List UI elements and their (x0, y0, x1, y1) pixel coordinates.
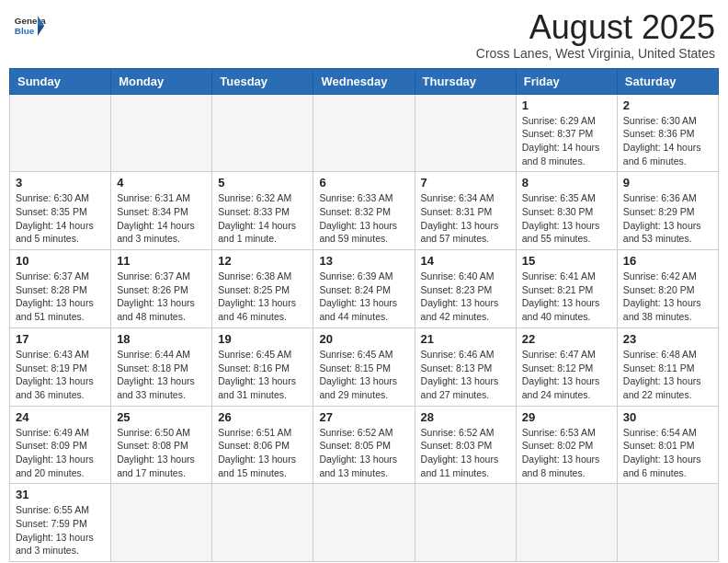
calendar-cell (313, 484, 415, 562)
day-number: 24 (16, 410, 105, 424)
calendar-cell: 9Sunrise: 6:36 AM Sunset: 8:29 PM Daylig… (617, 172, 718, 250)
calendar-cell: 20Sunrise: 6:45 AM Sunset: 8:15 PM Dayli… (313, 327, 415, 406)
day-info: Sunrise: 6:45 AM Sunset: 8:16 PM Dayligh… (218, 348, 307, 402)
day-info: Sunrise: 6:47 AM Sunset: 8:12 PM Dayligh… (522, 348, 611, 402)
calendar-cell: 17Sunrise: 6:43 AM Sunset: 8:19 PM Dayli… (10, 327, 111, 406)
calendar-cell (212, 484, 313, 562)
day-number: 1 (522, 98, 611, 112)
calendar-cell: 21Sunrise: 6:46 AM Sunset: 8:13 PM Dayli… (415, 327, 516, 406)
general-blue-icon: General Blue (13, 9, 46, 42)
day-number: 18 (117, 332, 206, 346)
calendar-title: August 2025 (476, 9, 715, 46)
day-info: Sunrise: 6:31 AM Sunset: 8:34 PM Dayligh… (117, 191, 206, 246)
calendar-cell: 1Sunrise: 6:29 AM Sunset: 8:37 PM Daylig… (516, 94, 617, 172)
day-info: Sunrise: 6:37 AM Sunset: 8:28 PM Dayligh… (16, 270, 105, 324)
day-number: 9 (623, 176, 712, 190)
calendar-cell: 11Sunrise: 6:37 AM Sunset: 8:26 PM Dayli… (111, 250, 212, 328)
day-number: 17 (16, 332, 105, 346)
calendar-cell (415, 94, 516, 172)
calendar-cell: 12Sunrise: 6:38 AM Sunset: 8:25 PM Dayli… (212, 250, 313, 328)
day-info: Sunrise: 6:30 AM Sunset: 8:36 PM Dayligh… (623, 114, 712, 168)
day-number: 20 (319, 332, 408, 346)
calendar-cell (516, 484, 617, 562)
day-number: 3 (16, 176, 105, 190)
day-info: Sunrise: 6:53 AM Sunset: 8:02 PM Dayligh… (522, 426, 611, 480)
calendar-header-row: SundayMondayTuesdayWednesdayThursdayFrid… (10, 68, 719, 94)
day-number: 22 (522, 332, 611, 346)
calendar-cell: 15Sunrise: 6:41 AM Sunset: 8:21 PM Dayli… (516, 250, 617, 328)
calendar-week-row: 24Sunrise: 6:49 AM Sunset: 8:09 PM Dayli… (10, 406, 719, 484)
header-cell-tuesday: Tuesday (212, 68, 313, 94)
day-number: 23 (623, 332, 712, 346)
day-number: 8 (522, 176, 611, 190)
day-info: Sunrise: 6:41 AM Sunset: 8:21 PM Dayligh… (522, 270, 611, 324)
calendar-cell: 30Sunrise: 6:54 AM Sunset: 8:01 PM Dayli… (617, 406, 718, 484)
header-cell-monday: Monday (111, 68, 212, 94)
day-number: 4 (117, 176, 206, 190)
calendar-cell: 29Sunrise: 6:53 AM Sunset: 8:02 PM Dayli… (516, 406, 617, 484)
calendar-cell: 28Sunrise: 6:52 AM Sunset: 8:03 PM Dayli… (415, 406, 516, 484)
calendar-week-row: 17Sunrise: 6:43 AM Sunset: 8:19 PM Dayli… (10, 327, 719, 406)
calendar-cell (212, 94, 313, 172)
calendar-cell: 22Sunrise: 6:47 AM Sunset: 8:12 PM Dayli… (516, 327, 617, 406)
day-info: Sunrise: 6:35 AM Sunset: 8:30 PM Dayligh… (522, 191, 611, 246)
calendar-cell (415, 484, 516, 562)
day-number: 7 (421, 176, 510, 190)
calendar-cell: 19Sunrise: 6:45 AM Sunset: 8:16 PM Dayli… (212, 327, 313, 406)
calendar-week-row: 1Sunrise: 6:29 AM Sunset: 8:37 PM Daylig… (10, 94, 719, 172)
day-info: Sunrise: 6:34 AM Sunset: 8:31 PM Dayligh… (421, 191, 510, 246)
day-number: 30 (623, 410, 712, 424)
title-section: August 2025 Cross Lanes, West Virginia, … (476, 9, 715, 61)
header-cell-thursday: Thursday (415, 68, 516, 94)
day-info: Sunrise: 6:46 AM Sunset: 8:13 PM Dayligh… (421, 348, 510, 402)
day-number: 10 (16, 254, 105, 268)
calendar-cell: 18Sunrise: 6:44 AM Sunset: 8:18 PM Dayli… (111, 327, 212, 406)
calendar-cell: 24Sunrise: 6:49 AM Sunset: 8:09 PM Dayli… (10, 406, 111, 484)
calendar-cell: 5Sunrise: 6:32 AM Sunset: 8:33 PM Daylig… (212, 172, 313, 250)
calendar-cell (111, 94, 212, 172)
day-info: Sunrise: 6:43 AM Sunset: 8:19 PM Dayligh… (16, 348, 105, 402)
day-info: Sunrise: 6:40 AM Sunset: 8:23 PM Dayligh… (421, 270, 510, 324)
day-number: 14 (421, 254, 510, 268)
day-info: Sunrise: 6:49 AM Sunset: 8:09 PM Dayligh… (16, 426, 105, 480)
day-number: 21 (421, 332, 510, 346)
calendar-cell: 6Sunrise: 6:33 AM Sunset: 8:32 PM Daylig… (313, 172, 415, 250)
day-number: 6 (319, 176, 408, 190)
day-number: 2 (623, 98, 712, 112)
day-number: 27 (319, 410, 408, 424)
header-cell-wednesday: Wednesday (313, 68, 415, 94)
calendar-cell: 3Sunrise: 6:30 AM Sunset: 8:35 PM Daylig… (10, 172, 111, 250)
header-cell-sunday: Sunday (10, 68, 111, 94)
day-number: 25 (117, 410, 206, 424)
calendar-cell: 14Sunrise: 6:40 AM Sunset: 8:23 PM Dayli… (415, 250, 516, 328)
calendar-cell: 31Sunrise: 6:55 AM Sunset: 7:59 PM Dayli… (10, 484, 111, 562)
day-number: 13 (319, 254, 408, 268)
calendar-cell (111, 484, 212, 562)
calendar-cell: 2Sunrise: 6:30 AM Sunset: 8:36 PM Daylig… (617, 94, 718, 172)
svg-marker-3 (38, 26, 44, 36)
day-info: Sunrise: 6:30 AM Sunset: 8:35 PM Dayligh… (16, 191, 105, 246)
day-number: 15 (522, 254, 611, 268)
calendar-cell: 16Sunrise: 6:42 AM Sunset: 8:20 PM Dayli… (617, 250, 718, 328)
day-info: Sunrise: 6:51 AM Sunset: 8:06 PM Dayligh… (218, 426, 307, 480)
calendar-cell: 27Sunrise: 6:52 AM Sunset: 8:05 PM Dayli… (313, 406, 415, 484)
calendar-cell: 26Sunrise: 6:51 AM Sunset: 8:06 PM Dayli… (212, 406, 313, 484)
calendar-cell (10, 94, 111, 172)
day-number: 31 (16, 488, 105, 501)
day-number: 19 (218, 332, 307, 346)
day-info: Sunrise: 6:36 AM Sunset: 8:29 PM Dayligh… (623, 191, 712, 246)
day-number: 11 (117, 254, 206, 268)
day-info: Sunrise: 6:38 AM Sunset: 8:25 PM Dayligh… (218, 270, 307, 324)
day-info: Sunrise: 6:29 AM Sunset: 8:37 PM Dayligh… (522, 114, 611, 168)
page-header: General Blue August 2025 Cross Lanes, We… (9, 9, 719, 61)
calendar-week-row: 3Sunrise: 6:30 AM Sunset: 8:35 PM Daylig… (10, 172, 719, 250)
calendar-cell: 23Sunrise: 6:48 AM Sunset: 8:11 PM Dayli… (617, 327, 718, 406)
calendar-cell: 25Sunrise: 6:50 AM Sunset: 8:08 PM Dayli… (111, 406, 212, 484)
day-info: Sunrise: 6:52 AM Sunset: 8:03 PM Dayligh… (421, 426, 510, 480)
header-cell-saturday: Saturday (617, 68, 718, 94)
calendar-cell: 10Sunrise: 6:37 AM Sunset: 8:28 PM Dayli… (10, 250, 111, 328)
day-number: 16 (623, 254, 712, 268)
day-info: Sunrise: 6:48 AM Sunset: 8:11 PM Dayligh… (623, 348, 712, 402)
day-info: Sunrise: 6:54 AM Sunset: 8:01 PM Dayligh… (623, 426, 712, 480)
day-info: Sunrise: 6:33 AM Sunset: 8:32 PM Dayligh… (319, 191, 408, 246)
